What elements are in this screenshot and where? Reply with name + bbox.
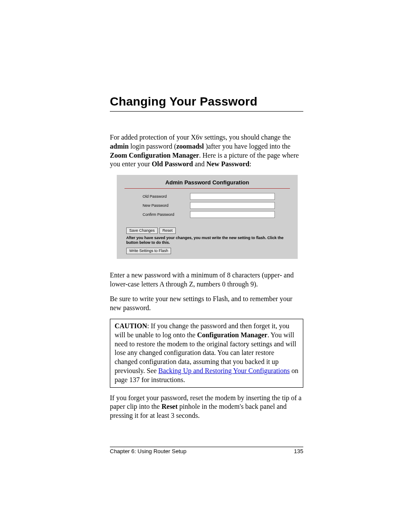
write-settings-button[interactable]: Write Settings to Flash: [126, 248, 171, 254]
caution-box: CAUTION: If you change the password and …: [110, 319, 303, 388]
paragraph-forget-reset: If you forget your password, reset the m…: [110, 394, 303, 420]
paragraph-flash-reminder: Be sure to write your new settings to Fl…: [110, 295, 303, 313]
form-row-confirm-password: Confirm Password: [117, 211, 298, 218]
footer-rule: [110, 447, 303, 447]
intro-text: For added protection of your X6v setting…: [110, 134, 291, 141]
form-row-old-password: Old Password: [117, 193, 298, 200]
button-row: Save Changes Reset: [126, 227, 298, 234]
backup-restore-link[interactable]: Backing Up and Restoring Your Configurat…: [159, 367, 290, 374]
intro-text: :: [249, 160, 251, 168]
reset-button[interactable]: Reset: [159, 227, 176, 234]
page-footer: Chapter 6: Using Router Setup 135: [110, 443, 303, 454]
intro-bold-oldpw: Old Password: [152, 160, 193, 168]
caution-label: CAUTION: [115, 322, 147, 330]
confirm-password-field[interactable]: [190, 211, 275, 218]
paragraph-requirements: Enter a new password with a minimum of 8…: [110, 271, 303, 289]
intro-bold-newpw: New Password: [206, 160, 249, 168]
save-changes-button[interactable]: Save Changes: [126, 227, 158, 234]
intro-bold-admin: admin: [110, 143, 129, 150]
form-row-new-password: New Password: [117, 202, 298, 209]
new-password-field[interactable]: [190, 202, 275, 209]
old-password-field[interactable]: [190, 193, 275, 200]
intro-bold-zcm: Zoom Configuration Manager: [110, 152, 199, 159]
intro-bold-zoomadsl: zoomadsl: [176, 143, 204, 150]
flash-note: After you have saved your changes, you m…: [126, 236, 288, 245]
intro-paragraph: For added protection of your X6v setting…: [110, 133, 303, 169]
intro-text: )after you have logged into the: [204, 143, 290, 150]
footer-page-number: 135: [294, 448, 303, 454]
embedded-screenshot: Admin Password Configuration Old Passwor…: [117, 175, 298, 259]
old-password-label: Old Password: [143, 194, 190, 199]
heading-rule: [110, 111, 303, 112]
page-heading: Changing Your Password: [110, 95, 303, 109]
forget-bold-reset: Reset: [162, 403, 177, 410]
caution-bold-cm: Configuration Manager: [197, 331, 268, 339]
screenshot-title: Admin Password Configuration: [117, 179, 298, 188]
flash-button-row: Write Settings to Flash: [126, 246, 298, 254]
screenshot-divider: [125, 188, 290, 189]
footer-chapter: Chapter 6: Using Router Setup: [110, 448, 187, 454]
new-password-label: New Password: [143, 203, 190, 208]
intro-text: login password (: [129, 143, 177, 150]
intro-text: and: [193, 160, 206, 168]
confirm-password-label: Confirm Password: [143, 212, 190, 217]
